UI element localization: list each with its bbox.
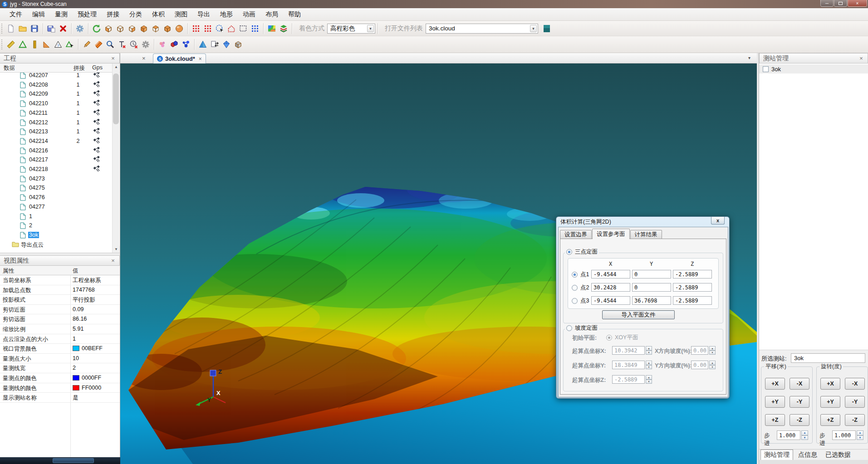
prop-row-5[interactable]: 剪切远面86.16 [0, 314, 120, 324]
slope-grade-input[interactable]: 0.00 [691, 361, 708, 369]
grid-select-blue-icon[interactable] [249, 23, 261, 34]
view-cube-solid-icon[interactable] [138, 23, 150, 34]
slope-value-input[interactable]: -2.5889 [612, 375, 645, 384]
open-project-icon[interactable] [17, 23, 29, 34]
gps-satellite-icon[interactable] [93, 119, 100, 127]
measure-height-icon[interactable] [29, 39, 40, 50]
measure-pick-icon[interactable] [64, 39, 76, 50]
menu-item-3[interactable]: 量测 [50, 9, 73, 20]
point2-radio[interactable]: 点2 [570, 284, 590, 292]
station-item-3ok[interactable]: 3ok [759, 64, 868, 73]
gps-satellite-icon[interactable] [93, 109, 100, 117]
chevron-down-icon[interactable]: ▾ [748, 55, 750, 60]
rotate-step-input[interactable]: 1.000 [832, 430, 856, 440]
bottom-tab-3[interactable]: 已选数据 [822, 450, 854, 460]
translate-minusY-button[interactable]: -Y [790, 396, 809, 408]
translate-plusZ-button[interactable]: +Z [765, 414, 785, 426]
draw-pencil-icon[interactable] [81, 39, 93, 50]
rotate-minusX-button[interactable]: -X [845, 378, 865, 390]
marquee-select-icon[interactable] [237, 23, 249, 34]
tree-item-042213[interactable]: 0422131 [0, 127, 113, 137]
prop-row-4[interactable]: 剪切近面0.09 [0, 305, 120, 315]
view-cube-wire-icon[interactable] [114, 23, 126, 34]
tree-item-2[interactable]: 2 [0, 221, 113, 230]
slope-grade-spinner[interactable]: ▲▼ [709, 346, 716, 355]
tree-item-04277[interactable]: 04277 [0, 203, 113, 212]
measure-angle-icon[interactable] [40, 39, 52, 50]
gps-satellite-icon[interactable] [93, 81, 100, 89]
view-cube-back-icon[interactable] [162, 23, 173, 34]
slope-value-spinner[interactable]: ▲▼ [646, 361, 652, 369]
maximize-button[interactable] [834, 0, 847, 7]
toolbar-drag-handle[interactable] [1, 39, 4, 49]
prop-row-11[interactable]: 量测点的颜色0000FF [0, 373, 120, 383]
close-button[interactable]: × [848, 0, 867, 7]
prop-row-10[interactable]: 量测线宽2 [0, 363, 120, 373]
menu-item-7[interactable]: 体积 [147, 9, 170, 20]
scrollbar-thumb[interactable] [113, 73, 119, 124]
point2-x-input[interactable]: 30.2428 [591, 283, 630, 292]
gps-satellite-icon[interactable] [93, 128, 100, 136]
point3-y-input[interactable]: 36.7698 [632, 296, 671, 305]
cube-pair-icon[interactable] [168, 39, 180, 50]
tree-item-042218[interactable]: 042218 [0, 165, 113, 174]
gps-satellite-icon[interactable] [93, 137, 100, 145]
save-icon[interactable] [29, 23, 40, 34]
tree-item-042210[interactable]: 0422101 [0, 99, 113, 108]
point1-y-input[interactable]: 0 [632, 270, 671, 278]
menu-item-9[interactable]: 导出 [192, 9, 215, 20]
menu-item-4[interactable]: 预处理 [73, 9, 102, 20]
slope-grade-input[interactable]: 0.00 [691, 346, 708, 355]
close-icon[interactable]: × [858, 55, 865, 62]
xoy-plane-radio[interactable]: XOY平面 [605, 334, 639, 342]
tree-item-导出点云[interactable]: 导出点云 [0, 240, 113, 249]
bottom-tab-2[interactable]: 点信息 [795, 450, 820, 460]
delete-measure-icon[interactable] [116, 39, 128, 50]
import-data-icon[interactable] [45, 23, 57, 34]
classify-map-icon[interactable] [266, 23, 278, 34]
point2-z-input[interactable]: -2.5889 [673, 283, 712, 292]
translate-plusX-button[interactable]: +X [765, 378, 785, 390]
volume-pyramid-icon[interactable] [197, 39, 209, 50]
prop-row-2[interactable]: 加载总点数1747768 [0, 285, 120, 295]
slope-value-spinner[interactable]: ▲▼ [646, 346, 652, 355]
tree-item-042208[interactable]: 0422081 [0, 81, 113, 90]
scroll-up-icon[interactable]: ▲ [113, 63, 120, 70]
tree-scrollbar[interactable]: ▲ ▼ [112, 63, 119, 253]
point3-x-input[interactable]: -9.4544 [591, 296, 630, 305]
tab-3ok-cloud[interactable]: S 3ok.cloud* × [153, 54, 206, 63]
menu-item-13[interactable]: 帮助 [283, 9, 306, 20]
gps-satellite-icon[interactable] [93, 100, 100, 107]
prop-row-8[interactable]: 视口背景颜色00BEFF [0, 344, 120, 354]
slope-radio[interactable]: 坡度定面 [565, 324, 599, 332]
settings-gear-icon[interactable] [74, 23, 86, 34]
tree-item-042207[interactable]: 0422071 [0, 73, 113, 80]
profile-comb-icon[interactable] [93, 39, 104, 50]
dialog-close-button[interactable]: x [711, 217, 725, 225]
tree-item-042209[interactable]: 0422091 [0, 90, 113, 99]
rotate-step-spinner[interactable]: ▲▼ [857, 430, 863, 440]
translate-step-input[interactable]: 1.000 [777, 430, 800, 440]
close-icon[interactable]: × [109, 257, 117, 264]
menu-item-6[interactable]: 分类 [124, 9, 147, 20]
measure-dash-icon[interactable] [5, 39, 17, 50]
point3-radio[interactable]: 点3 [570, 297, 590, 305]
tab-calc-result[interactable]: 计算结果 [630, 230, 662, 239]
measure-triangle-icon[interactable] [17, 39, 29, 50]
tree-item-042216[interactable]: 042216 [0, 147, 113, 156]
close-icon[interactable]: × [199, 56, 202, 62]
prop-row-3[interactable]: 投影模式平行投影 [0, 295, 120, 305]
tree-item-04275[interactable]: 04275 [0, 184, 113, 193]
tree-item-042211[interactable]: 0422111 [0, 109, 113, 118]
chevron-down-icon[interactable]: ▾ [530, 25, 537, 32]
file-list-combobox[interactable]: 3ok.cloud ▾ [426, 24, 538, 34]
prop-row-13[interactable]: 显示测站名称是 [0, 393, 120, 403]
color-swatch[interactable] [73, 346, 79, 351]
menu-item-11[interactable]: 动画 [238, 9, 260, 20]
slope-value-input[interactable]: 18.3849 [612, 361, 645, 369]
grey-cube-icon[interactable] [232, 39, 244, 50]
import-plane-file-button[interactable]: 导入平面文件 [602, 310, 675, 319]
minimize-button[interactable]: ─ [820, 0, 834, 7]
station-checkbox[interactable] [763, 66, 769, 72]
tree-item-042217[interactable]: 042217 [0, 156, 113, 165]
